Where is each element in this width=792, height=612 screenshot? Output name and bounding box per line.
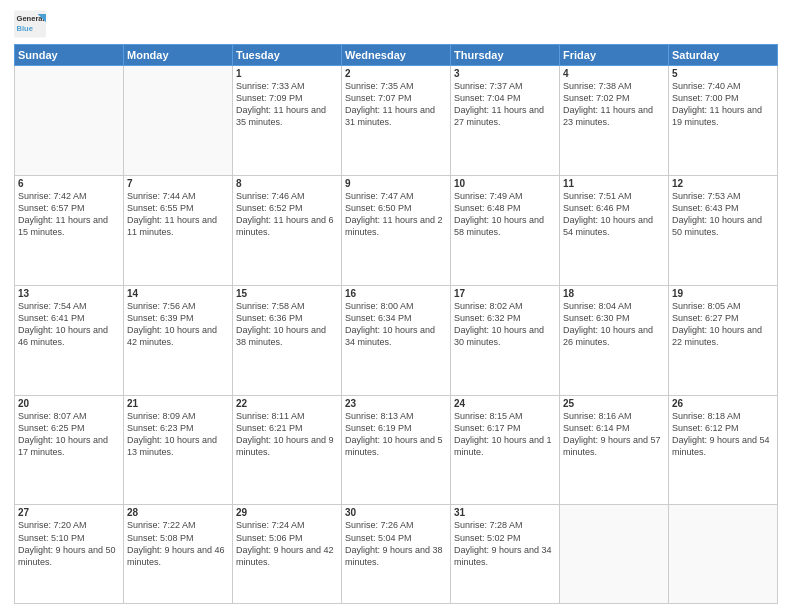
weekday-header: Monday [124, 45, 233, 66]
day-number: 6 [18, 178, 120, 189]
cell-details: Sunrise: 7:56 AMSunset: 6:39 PMDaylight:… [127, 300, 229, 349]
calendar-cell: 9Sunrise: 7:47 AMSunset: 6:50 PMDaylight… [342, 175, 451, 285]
cell-details: Sunrise: 8:16 AMSunset: 6:14 PMDaylight:… [563, 410, 665, 459]
cell-details: Sunrise: 7:49 AMSunset: 6:48 PMDaylight:… [454, 190, 556, 239]
calendar-cell: 13Sunrise: 7:54 AMSunset: 6:41 PMDayligh… [15, 285, 124, 395]
day-number: 30 [345, 507, 447, 518]
day-number: 19 [672, 288, 774, 299]
day-number: 27 [18, 507, 120, 518]
day-number: 26 [672, 398, 774, 409]
day-number: 10 [454, 178, 556, 189]
calendar-cell: 28Sunrise: 7:22 AMSunset: 5:08 PMDayligh… [124, 505, 233, 604]
calendar-cell: 19Sunrise: 8:05 AMSunset: 6:27 PMDayligh… [669, 285, 778, 395]
cell-details: Sunrise: 8:05 AMSunset: 6:27 PMDaylight:… [672, 300, 774, 349]
cell-details: Sunrise: 8:09 AMSunset: 6:23 PMDaylight:… [127, 410, 229, 459]
calendar-cell: 6Sunrise: 7:42 AMSunset: 6:57 PMDaylight… [15, 175, 124, 285]
calendar-cell: 17Sunrise: 8:02 AMSunset: 6:32 PMDayligh… [451, 285, 560, 395]
calendar-week-row: 27Sunrise: 7:20 AMSunset: 5:10 PMDayligh… [15, 505, 778, 604]
cell-details: Sunrise: 7:51 AMSunset: 6:46 PMDaylight:… [563, 190, 665, 239]
cell-details: Sunrise: 7:35 AMSunset: 7:07 PMDaylight:… [345, 80, 447, 129]
calendar-cell: 14Sunrise: 7:56 AMSunset: 6:39 PMDayligh… [124, 285, 233, 395]
calendar-cell: 7Sunrise: 7:44 AMSunset: 6:55 PMDaylight… [124, 175, 233, 285]
cell-details: Sunrise: 8:04 AMSunset: 6:30 PMDaylight:… [563, 300, 665, 349]
calendar-cell: 25Sunrise: 8:16 AMSunset: 6:14 PMDayligh… [560, 395, 669, 505]
calendar-cell: 4Sunrise: 7:38 AMSunset: 7:02 PMDaylight… [560, 66, 669, 176]
cell-details: Sunrise: 7:22 AMSunset: 5:08 PMDaylight:… [127, 519, 229, 568]
calendar-cell: 21Sunrise: 8:09 AMSunset: 6:23 PMDayligh… [124, 395, 233, 505]
cell-details: Sunrise: 7:24 AMSunset: 5:06 PMDaylight:… [236, 519, 338, 568]
cell-details: Sunrise: 7:58 AMSunset: 6:36 PMDaylight:… [236, 300, 338, 349]
calendar-cell: 20Sunrise: 8:07 AMSunset: 6:25 PMDayligh… [15, 395, 124, 505]
cell-details: Sunrise: 8:18 AMSunset: 6:12 PMDaylight:… [672, 410, 774, 459]
day-number: 14 [127, 288, 229, 299]
cell-details: Sunrise: 7:28 AMSunset: 5:02 PMDaylight:… [454, 519, 556, 568]
cell-details: Sunrise: 7:20 AMSunset: 5:10 PMDaylight:… [18, 519, 120, 568]
cell-details: Sunrise: 8:07 AMSunset: 6:25 PMDaylight:… [18, 410, 120, 459]
calendar-cell: 2Sunrise: 7:35 AMSunset: 7:07 PMDaylight… [342, 66, 451, 176]
day-number: 11 [563, 178, 665, 189]
cell-details: Sunrise: 7:42 AMSunset: 6:57 PMDaylight:… [18, 190, 120, 239]
day-number: 15 [236, 288, 338, 299]
day-number: 22 [236, 398, 338, 409]
calendar-cell: 11Sunrise: 7:51 AMSunset: 6:46 PMDayligh… [560, 175, 669, 285]
calendar-cell: 12Sunrise: 7:53 AMSunset: 6:43 PMDayligh… [669, 175, 778, 285]
day-number: 13 [18, 288, 120, 299]
calendar-cell [124, 66, 233, 176]
svg-text:Blue: Blue [17, 24, 33, 33]
cell-details: Sunrise: 7:47 AMSunset: 6:50 PMDaylight:… [345, 190, 447, 239]
calendar-cell: 30Sunrise: 7:26 AMSunset: 5:04 PMDayligh… [342, 505, 451, 604]
day-number: 28 [127, 507, 229, 518]
day-number: 8 [236, 178, 338, 189]
calendar-cell: 22Sunrise: 8:11 AMSunset: 6:21 PMDayligh… [233, 395, 342, 505]
weekday-header: Wednesday [342, 45, 451, 66]
cell-details: Sunrise: 7:37 AMSunset: 7:04 PMDaylight:… [454, 80, 556, 129]
day-number: 18 [563, 288, 665, 299]
calendar-cell: 24Sunrise: 8:15 AMSunset: 6:17 PMDayligh… [451, 395, 560, 505]
calendar-cell: 23Sunrise: 8:13 AMSunset: 6:19 PMDayligh… [342, 395, 451, 505]
calendar-week-row: 6Sunrise: 7:42 AMSunset: 6:57 PMDaylight… [15, 175, 778, 285]
calendar-week-row: 13Sunrise: 7:54 AMSunset: 6:41 PMDayligh… [15, 285, 778, 395]
day-number: 12 [672, 178, 774, 189]
calendar-week-row: 20Sunrise: 8:07 AMSunset: 6:25 PMDayligh… [15, 395, 778, 505]
calendar-cell: 27Sunrise: 7:20 AMSunset: 5:10 PMDayligh… [15, 505, 124, 604]
day-number: 21 [127, 398, 229, 409]
cell-details: Sunrise: 7:53 AMSunset: 6:43 PMDaylight:… [672, 190, 774, 239]
cell-details: Sunrise: 8:13 AMSunset: 6:19 PMDaylight:… [345, 410, 447, 459]
cell-details: Sunrise: 7:33 AMSunset: 7:09 PMDaylight:… [236, 80, 338, 129]
weekday-header: Tuesday [233, 45, 342, 66]
weekday-header: Thursday [451, 45, 560, 66]
day-number: 29 [236, 507, 338, 518]
calendar-cell [560, 505, 669, 604]
header: General Blue [14, 10, 778, 38]
page: General Blue SundayMondayTuesdayWednesda… [0, 0, 792, 612]
cell-details: Sunrise: 7:54 AMSunset: 6:41 PMDaylight:… [18, 300, 120, 349]
calendar-cell: 29Sunrise: 7:24 AMSunset: 5:06 PMDayligh… [233, 505, 342, 604]
day-number: 4 [563, 68, 665, 79]
cell-details: Sunrise: 7:40 AMSunset: 7:00 PMDaylight:… [672, 80, 774, 129]
cell-details: Sunrise: 7:46 AMSunset: 6:52 PMDaylight:… [236, 190, 338, 239]
calendar-cell: 15Sunrise: 7:58 AMSunset: 6:36 PMDayligh… [233, 285, 342, 395]
cell-details: Sunrise: 8:15 AMSunset: 6:17 PMDaylight:… [454, 410, 556, 459]
calendar-cell: 26Sunrise: 8:18 AMSunset: 6:12 PMDayligh… [669, 395, 778, 505]
day-number: 9 [345, 178, 447, 189]
day-number: 23 [345, 398, 447, 409]
cell-details: Sunrise: 7:38 AMSunset: 7:02 PMDaylight:… [563, 80, 665, 129]
cell-details: Sunrise: 8:00 AMSunset: 6:34 PMDaylight:… [345, 300, 447, 349]
weekday-header: Sunday [15, 45, 124, 66]
day-number: 24 [454, 398, 556, 409]
day-number: 31 [454, 507, 556, 518]
calendar-cell [15, 66, 124, 176]
calendar-cell: 18Sunrise: 8:04 AMSunset: 6:30 PMDayligh… [560, 285, 669, 395]
calendar-cell: 10Sunrise: 7:49 AMSunset: 6:48 PMDayligh… [451, 175, 560, 285]
calendar-cell: 1Sunrise: 7:33 AMSunset: 7:09 PMDaylight… [233, 66, 342, 176]
day-number: 20 [18, 398, 120, 409]
day-number: 1 [236, 68, 338, 79]
logo: General Blue [14, 10, 48, 38]
logo-icon: General Blue [14, 10, 46, 38]
calendar-cell: 3Sunrise: 7:37 AMSunset: 7:04 PMDaylight… [451, 66, 560, 176]
day-number: 17 [454, 288, 556, 299]
day-number: 25 [563, 398, 665, 409]
calendar-cell: 8Sunrise: 7:46 AMSunset: 6:52 PMDaylight… [233, 175, 342, 285]
weekday-header: Friday [560, 45, 669, 66]
calendar-cell: 31Sunrise: 7:28 AMSunset: 5:02 PMDayligh… [451, 505, 560, 604]
